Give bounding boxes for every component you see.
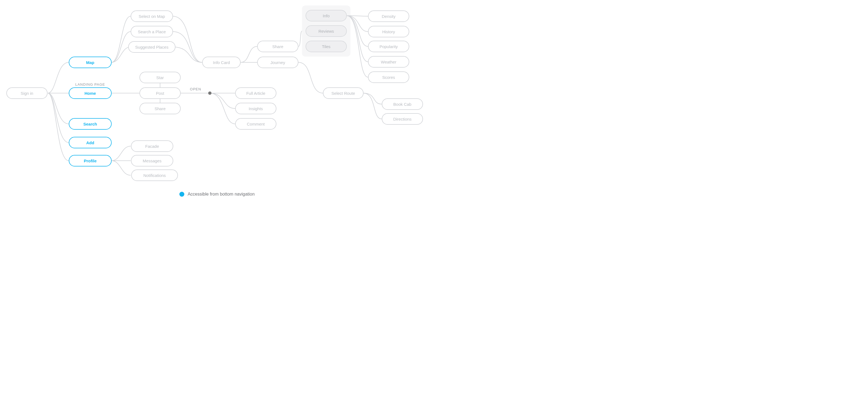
node-scores: Scores bbox=[368, 71, 409, 83]
node-home[interactable]: Home bbox=[69, 87, 112, 99]
node-share-post: Share bbox=[140, 103, 181, 114]
tab-reviews[interactable]: Reviews bbox=[306, 25, 347, 37]
node-full-article: Full Article bbox=[235, 87, 276, 99]
node-notifications: Notifications bbox=[131, 169, 178, 181]
node-map[interactable]: Map bbox=[69, 57, 112, 68]
node-label: Sign in bbox=[21, 91, 33, 95]
node-label: Facade bbox=[145, 144, 159, 148]
node-label: Search bbox=[83, 122, 97, 126]
node-label: Home bbox=[85, 91, 96, 95]
node-select-on-map: Select on Map bbox=[131, 10, 173, 22]
node-journey: Journey bbox=[257, 57, 299, 68]
node-label: Search a Place bbox=[138, 30, 166, 34]
node-label: Select on Map bbox=[138, 14, 165, 19]
flow-diagram: Sign in Map LANDING PAGE Home Search Add… bbox=[0, 0, 434, 203]
node-share-card: Share bbox=[257, 41, 299, 52]
tab-info[interactable]: Info bbox=[306, 10, 347, 22]
node-book-cab: Book Cab bbox=[382, 98, 423, 110]
node-directions: Directions bbox=[382, 113, 423, 125]
node-sign-in: Sign in bbox=[6, 87, 48, 99]
node-profile[interactable]: Profile bbox=[69, 155, 112, 166]
node-search-a-place: Search a Place bbox=[131, 26, 173, 37]
node-add[interactable]: Add bbox=[69, 137, 112, 148]
node-label: Scores bbox=[382, 75, 395, 79]
node-label: Journey bbox=[270, 61, 285, 65]
node-label: Popularity bbox=[379, 44, 398, 48]
legend-label: Accessible from bottom navigation bbox=[188, 192, 255, 197]
node-label: Share bbox=[155, 107, 165, 111]
annotation-open: OPEN bbox=[190, 87, 201, 91]
node-facade: Facade bbox=[131, 140, 173, 152]
node-info-card: Info Card bbox=[202, 57, 241, 68]
node-label: Comment bbox=[247, 122, 265, 126]
node-star: Star bbox=[140, 72, 181, 83]
node-search[interactable]: Search bbox=[69, 118, 112, 130]
node-label: Map bbox=[86, 61, 94, 65]
svg-point-0 bbox=[208, 92, 212, 95]
node-label: Info bbox=[322, 14, 330, 18]
node-suggested-places: Suggested Places bbox=[128, 41, 176, 53]
node-label: Insights bbox=[249, 107, 263, 111]
node-messages: Messages bbox=[131, 155, 173, 166]
node-insights: Insights bbox=[235, 103, 276, 114]
node-density: Density bbox=[368, 10, 409, 22]
node-label: Book Cab bbox=[393, 102, 411, 106]
node-history: History bbox=[368, 26, 409, 37]
node-label: Add bbox=[86, 141, 94, 145]
node-label: Messages bbox=[143, 159, 161, 163]
node-label: History bbox=[382, 30, 395, 34]
tab-tiles[interactable]: Tiles bbox=[306, 41, 347, 52]
node-post: Post bbox=[140, 87, 181, 99]
node-popularity: Popularity bbox=[368, 41, 409, 52]
node-label: Post bbox=[156, 91, 164, 95]
legend-dot-icon bbox=[179, 192, 184, 197]
node-label: Reviews bbox=[318, 29, 334, 33]
node-label: Share bbox=[272, 44, 283, 48]
node-label: Full Article bbox=[246, 91, 265, 95]
legend: Accessible from bottom navigation bbox=[179, 192, 255, 197]
node-label: Tiles bbox=[322, 44, 330, 48]
node-label: Suggested Places bbox=[135, 45, 168, 49]
node-label: Notifications bbox=[143, 173, 166, 177]
node-comment: Comment bbox=[235, 118, 276, 130]
node-label: Info Card bbox=[213, 61, 230, 65]
node-weather: Weather bbox=[368, 56, 409, 68]
node-label: Star bbox=[156, 75, 164, 80]
node-label: Density bbox=[382, 14, 396, 19]
node-select-route: Select Route bbox=[323, 87, 364, 99]
annotation-landing-page: LANDING PAGE bbox=[75, 82, 105, 87]
node-label: Select Route bbox=[332, 91, 355, 95]
node-label: Weather bbox=[381, 60, 396, 64]
node-label: Profile bbox=[84, 159, 97, 163]
node-label: Directions bbox=[393, 117, 412, 121]
